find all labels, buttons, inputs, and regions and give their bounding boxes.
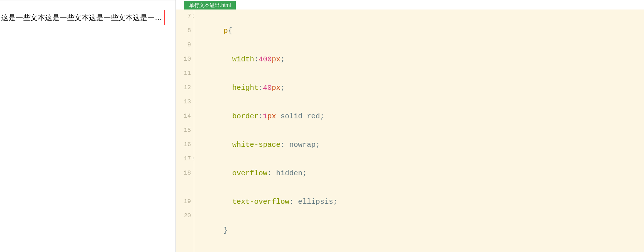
line-number: 8 [176, 24, 194, 38]
app-root: 这是一些文本这是一些文本这是一些文本这是一些文本这是一些文本这是一些文本这是一些… [0, 0, 644, 252]
editor-tab-active[interactable]: 单行文本溢出.html [184, 1, 236, 9]
line-number: 14 [176, 109, 194, 123]
code-line: } [197, 223, 644, 237]
line-number: 15 [176, 123, 194, 138]
code-line: text-overflow: ellipsis; [197, 195, 644, 209]
line-number: 18 [176, 166, 194, 195]
browser-preview-pane: 这是一些文本这是一些文本这是一些文本这是一些文本这是一些文本这是一些文本这是一些… [0, 0, 176, 252]
code-line: border:1px solid red; [197, 109, 644, 123]
code-line: width:400px; [197, 52, 644, 66]
line-number: 9 [176, 38, 194, 52]
line-number: 16 [176, 138, 194, 152]
line-number: 17− [176, 152, 194, 166]
line-number: 20 [176, 209, 194, 223]
line-number: 10 [176, 52, 194, 66]
preview-paragraph: 这是一些文本这是一些文本这是一些文本这是一些文本这是一些文本这是一些文本这是一些… [1, 10, 165, 25]
code-line: p{ [197, 24, 644, 38]
editor-gutter: 7− 8 9 10 11 12 13 14 15 16 17− 18 19 20 [176, 9, 194, 252]
line-number: 12 [176, 81, 194, 95]
code-editor-pane: 单行文本溢出.html 7− 8 9 10 11 12 13 14 15 16 … [176, 0, 644, 252]
line-number: 7− [176, 9, 194, 24]
code-line: white-space: nowrap; [197, 138, 644, 152]
line-number: 13 [176, 95, 194, 109]
editor-tab-bar: 单行文本溢出.html [176, 0, 644, 9]
code-line: height:40px; [197, 81, 644, 95]
line-number: 19 [176, 195, 194, 209]
code-line: overflow: hidden; [197, 166, 644, 180]
editor-body[interactable]: 7− 8 9 10 11 12 13 14 15 16 17− 18 19 20… [176, 9, 644, 252]
editor-code-area[interactable]: p{ width:400px; height:40px; border:1px … [194, 9, 644, 252]
line-number: 11 [176, 66, 194, 81]
